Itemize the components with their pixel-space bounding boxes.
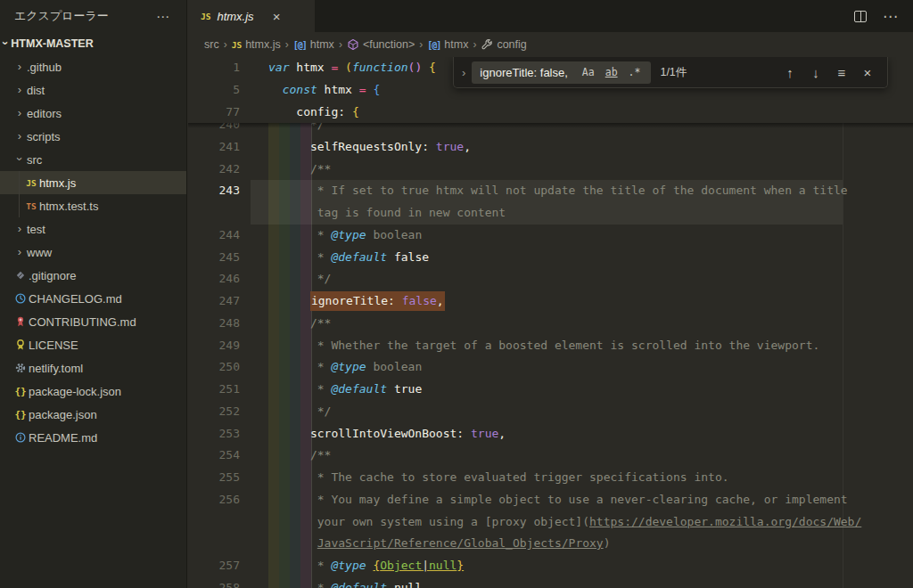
breadcrumb-item-htmx[interactable]: [@]htmx bbox=[293, 38, 334, 51]
line-content: * @type {Object|null} bbox=[268, 555, 464, 577]
breadcrumb-label: htmx bbox=[310, 38, 334, 51]
editor-actions: ⋯ bbox=[854, 0, 913, 32]
breadcrumb-item-htmx-js[interactable]: JShtmx.js bbox=[232, 38, 281, 51]
line-number[interactable]: 5 bbox=[188, 79, 240, 102]
breadcrumb-item--function-[interactable]: <function> bbox=[347, 38, 415, 51]
find-in-selection-icon[interactable]: ≡ bbox=[833, 66, 851, 79]
line-number[interactable]: 254 bbox=[188, 445, 240, 467]
sticky-line-77[interactable]: 77 config: { bbox=[188, 102, 913, 124]
tree-item-netlify-toml[interactable]: netlify.toml bbox=[0, 356, 186, 380]
tab-htmx-js[interactable]: JS htmx.js × bbox=[188, 0, 315, 32]
line-content: selfRequestsOnly: true, bbox=[268, 136, 471, 159]
code-line-257[interactable]: 257 * @type {Object|null} bbox=[188, 555, 913, 577]
line-number[interactable]: 247 bbox=[188, 290, 240, 313]
tree-item-scripts[interactable]: ›scripts bbox=[0, 125, 186, 148]
line-number[interactable]: 258 bbox=[188, 577, 240, 588]
tree-item--github[interactable]: ›.github bbox=[0, 55, 186, 78]
regex-icon[interactable]: .* bbox=[623, 66, 646, 78]
line-number[interactable] bbox=[188, 511, 240, 534]
code-line-243[interactable]: 243 * If set to true htmx will not updat… bbox=[188, 180, 913, 202]
line-content: config: { bbox=[268, 102, 359, 124]
tree-item-test[interactable]: ›test bbox=[0, 217, 186, 241]
code-line-253[interactable]: 253 scrollIntoViewOnBoost: true, bbox=[188, 423, 913, 445]
breadcrumb-item-htmx[interactable]: [@]htmx bbox=[427, 38, 468, 51]
tree-item-src[interactable]: ›src bbox=[0, 148, 186, 171]
code-line-242[interactable]: 242 /** bbox=[188, 159, 913, 181]
code-line-246[interactable]: 246 */ bbox=[188, 268, 913, 290]
code-line-wrap[interactable]: tag is found in new content bbox=[188, 202, 913, 225]
line-number[interactable]: 252 bbox=[188, 401, 240, 423]
code-line-249[interactable]: 249 * Whether the target of a boosted el… bbox=[188, 335, 913, 357]
tree-item-license[interactable]: LICENSE bbox=[0, 333, 186, 356]
code-line-254[interactable]: 254 /** bbox=[188, 445, 913, 467]
tree-item--gitignore[interactable]: .gitignore bbox=[0, 264, 186, 287]
next-match-icon[interactable]: ↓ bbox=[807, 66, 825, 79]
breadcrumb-item-config[interactable]: config bbox=[481, 38, 526, 51]
match-case-icon[interactable]: Aa bbox=[577, 66, 600, 78]
line-number[interactable]: 243 bbox=[188, 180, 240, 202]
breadcrumb-item-src[interactable]: src bbox=[204, 38, 219, 51]
code-line-wrap[interactable]: JavaScript/Reference/Global_Objects/Prox… bbox=[188, 533, 913, 555]
line-number[interactable]: 246 bbox=[188, 268, 240, 290]
code-line-247[interactable]: 247 ignoreTitle: false, bbox=[188, 290, 913, 313]
line-number[interactable]: 255 bbox=[188, 467, 240, 489]
line-number[interactable]: 244 bbox=[188, 225, 240, 247]
line-number[interactable]: 248 bbox=[188, 313, 240, 335]
code-line-wrap[interactable]: your own system using a [proxy object](h… bbox=[188, 511, 913, 534]
line-number[interactable]: 249 bbox=[188, 335, 240, 357]
file-icon-wrap: {} bbox=[12, 386, 29, 397]
tree-item-contributing-md[interactable]: CONTRIBUTING.md bbox=[0, 310, 186, 333]
close-icon[interactable]: × bbox=[273, 10, 281, 23]
code-line-252[interactable]: 252 */ bbox=[188, 401, 913, 423]
line-number[interactable]: 250 bbox=[188, 356, 240, 379]
symbol-variable-icon: [@] bbox=[293, 40, 307, 50]
code-line-244[interactable]: 244 * @type boolean bbox=[188, 225, 913, 247]
line-number[interactable]: 251 bbox=[188, 379, 240, 401]
whole-word-icon[interactable]: ab bbox=[600, 66, 623, 78]
tree-item-editors[interactable]: ›editors bbox=[0, 102, 186, 125]
line-content: /** bbox=[268, 159, 331, 181]
line-number[interactable]: 257 bbox=[188, 555, 240, 577]
tree-item-package-lock-json[interactable]: {}package-lock.json bbox=[0, 380, 186, 403]
line-number[interactable]: 245 bbox=[188, 247, 240, 269]
split-editor-icon[interactable] bbox=[854, 11, 867, 22]
tree-item-label: src bbox=[27, 153, 42, 167]
breadcrumb-label: src bbox=[204, 38, 219, 51]
tree-item-package-json[interactable]: {}package.json bbox=[0, 403, 186, 426]
section-header-htmx-master[interactable]: › HTMX-MASTER bbox=[0, 32, 186, 55]
code-line-250[interactable]: 250 * @type boolean bbox=[188, 356, 913, 379]
line-number[interactable]: 256 bbox=[188, 489, 240, 511]
file-icon-wrap: JS bbox=[23, 178, 39, 188]
code-line-251[interactable]: 251 * @default true bbox=[188, 379, 913, 401]
code-line-258[interactable]: 258 * @default null bbox=[188, 577, 913, 588]
line-number[interactable]: 77 bbox=[188, 102, 240, 124]
line-number[interactable] bbox=[188, 533, 240, 555]
close-find-icon[interactable]: × bbox=[859, 66, 876, 79]
find-input[interactable]: ignoreTitle: false, Aaab.* bbox=[472, 61, 651, 84]
file-icon-wrap bbox=[12, 315, 29, 328]
tree-item-readme-md[interactable]: README.md bbox=[0, 426, 186, 449]
line-number[interactable] bbox=[188, 202, 240, 225]
previous-match-icon[interactable]: ↑ bbox=[781, 66, 799, 79]
code-line-245[interactable]: 245 * @default false bbox=[188, 247, 913, 269]
tree-item-changelog-md[interactable]: CHANGELOG.md bbox=[0, 287, 186, 310]
tree-item-label: CONTRIBUTING.md bbox=[29, 315, 136, 329]
line-number[interactable]: 253 bbox=[188, 423, 240, 445]
editor-more-icon[interactable]: ⋯ bbox=[883, 9, 899, 24]
code-line-248[interactable]: 248 /** bbox=[188, 313, 913, 335]
sidebar-more-icon[interactable]: ⋯ bbox=[156, 10, 170, 23]
breadcrumb-separator: › bbox=[224, 38, 227, 51]
line-number[interactable]: 242 bbox=[188, 159, 240, 181]
code-line-241[interactable]: 241 selfRequestsOnly: true, bbox=[188, 136, 913, 159]
code-line-255[interactable]: 255 * The cache to store evaluated trigg… bbox=[188, 467, 913, 489]
line-number[interactable]: 1 bbox=[188, 57, 240, 79]
code-line-256[interactable]: 256 * You may define a simple object to … bbox=[188, 489, 913, 511]
toggle-replace-icon[interactable]: › bbox=[454, 66, 472, 79]
tree-item-htmx-test-ts[interactable]: TShtmx.test.ts bbox=[0, 194, 186, 217]
js-icon: JS bbox=[26, 178, 36, 188]
tree-item-dist[interactable]: ›dist bbox=[0, 78, 186, 102]
tree-item-htmx-js[interactable]: JShtmx.js bbox=[0, 171, 186, 194]
line-number[interactable]: 241 bbox=[188, 136, 240, 159]
symbol-cube-icon bbox=[347, 38, 359, 51]
tree-item-www[interactable]: ›www bbox=[0, 241, 186, 264]
